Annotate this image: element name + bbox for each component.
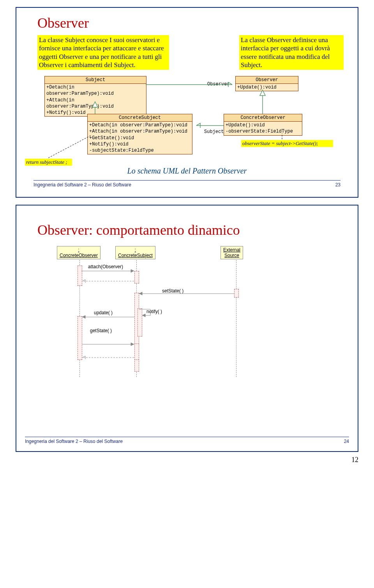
page-number: 12 bbox=[0, 456, 358, 464]
slide-footer: Ingegneria del Software 2 – Riuso del So… bbox=[34, 182, 340, 188]
sequence-diagram: : ConcreteObserver : ConcreteSubject Ext… bbox=[34, 242, 340, 379]
slide-title: Observer bbox=[37, 15, 349, 31]
topnotes-row: La classe Subject conosce I suoi osserva… bbox=[37, 35, 344, 70]
slide-23: Observer La classe Subject conosce I suo… bbox=[16, 7, 358, 198]
slide-24: Observer: comportamento dinamico : Concr… bbox=[16, 205, 358, 452]
footer-text: Ingegneria del Software 2 – Riuso del So… bbox=[34, 182, 131, 188]
svg-marker-4 bbox=[260, 90, 265, 96]
svg-marker-2 bbox=[92, 102, 98, 107]
footer-num: 24 bbox=[344, 439, 349, 444]
uml-diagram: Subject +Detach(in observer:ParamType):v… bbox=[25, 73, 349, 170]
slide-title: Observer: comportamento dinamico bbox=[37, 222, 349, 238]
footer-text: Ingegneria del Software 2 – Riuso del So… bbox=[25, 439, 123, 444]
slide-footer: Ingegneria del Software 2 – Riuso del So… bbox=[25, 439, 349, 444]
uml-connectors bbox=[25, 73, 344, 170]
footer-rule bbox=[25, 437, 349, 437]
note-subject: La classe Subject conosce I suoi osserva… bbox=[37, 35, 169, 70]
note-observer: La classe Observer definisce una interfa… bbox=[239, 35, 344, 70]
svg-line-6 bbox=[48, 135, 91, 158]
seq-arrows bbox=[34, 242, 306, 379]
footer-rule bbox=[34, 180, 340, 181]
footer-num: 23 bbox=[335, 182, 340, 188]
